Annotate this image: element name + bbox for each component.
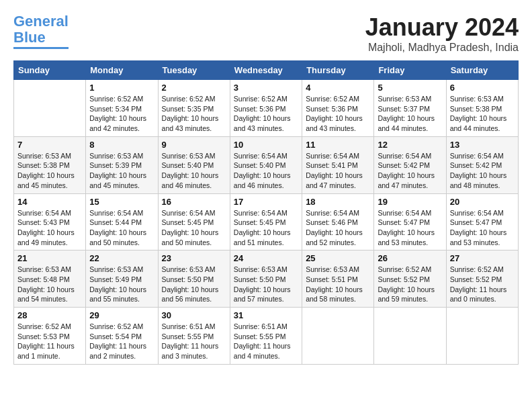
header-row: SundayMondayTuesdayWednesdayThursdayFrid… xyxy=(14,61,519,80)
calendar-cell: 5Sunrise: 6:53 AM Sunset: 5:37 PM Daylig… xyxy=(374,80,446,137)
page-title: January 2024 xyxy=(365,13,519,42)
cell-day-number: 20 xyxy=(450,197,515,207)
logo-underline xyxy=(13,47,69,49)
calendar-cell: 3Sunrise: 6:52 AM Sunset: 5:36 PM Daylig… xyxy=(230,80,302,137)
cell-day-number: 25 xyxy=(306,253,370,263)
cell-info: Sunrise: 6:53 AM Sunset: 5:38 PM Dayligh… xyxy=(17,151,82,191)
calendar-cell: 8Sunrise: 6:53 AM Sunset: 5:39 PM Daylig… xyxy=(86,136,158,193)
cell-day-number: 30 xyxy=(162,310,226,320)
cell-day-number: 8 xyxy=(89,140,154,150)
cell-info: Sunrise: 6:53 AM Sunset: 5:51 PM Dayligh… xyxy=(306,265,370,304)
calendar-cell: 20Sunrise: 6:54 AM Sunset: 5:47 PM Dayli… xyxy=(446,193,518,250)
calendar-cell: 27Sunrise: 6:52 AM Sunset: 5:52 PM Dayli… xyxy=(446,250,518,308)
cell-day-number: 12 xyxy=(378,140,442,150)
cell-info: Sunrise: 6:51 AM Sunset: 5:55 PM Dayligh… xyxy=(234,322,298,361)
calendar-cell: 18Sunrise: 6:54 AM Sunset: 5:46 PM Dayli… xyxy=(302,193,374,250)
cell-day-number: 22 xyxy=(89,253,154,263)
page-header: General Blue January 2024 Majholi, Madhy… xyxy=(13,13,519,54)
calendar-table: SundayMondayTuesdayWednesdayThursdayFrid… xyxy=(13,60,519,365)
cell-day-number: 21 xyxy=(17,253,82,263)
cell-info: Sunrise: 6:54 AM Sunset: 5:40 PM Dayligh… xyxy=(234,151,298,191)
logo-text: General Blue xyxy=(13,13,69,46)
cell-day-number: 7 xyxy=(17,140,82,150)
calendar-cell xyxy=(302,308,374,365)
cell-day-number: 4 xyxy=(306,83,370,93)
week-row-2: 7Sunrise: 6:53 AM Sunset: 5:38 PM Daylig… xyxy=(14,136,519,193)
header-day-wednesday: Wednesday xyxy=(230,61,302,80)
logo: General Blue xyxy=(13,13,69,49)
calendar-cell: 14Sunrise: 6:54 AM Sunset: 5:43 PM Dayli… xyxy=(14,193,86,250)
calendar-cell: 13Sunrise: 6:54 AM Sunset: 5:42 PM Dayli… xyxy=(446,136,518,193)
calendar-cell: 1Sunrise: 6:52 AM Sunset: 5:34 PM Daylig… xyxy=(86,80,158,137)
cell-info: Sunrise: 6:51 AM Sunset: 5:55 PM Dayligh… xyxy=(162,322,226,361)
cell-day-number: 2 xyxy=(162,83,226,93)
cell-info: Sunrise: 6:52 AM Sunset: 5:35 PM Dayligh… xyxy=(162,94,226,134)
header-day-friday: Friday xyxy=(374,61,446,80)
cell-day-number: 18 xyxy=(306,197,370,207)
cell-day-number: 10 xyxy=(234,140,298,150)
cell-info: Sunrise: 6:53 AM Sunset: 5:48 PM Dayligh… xyxy=(17,265,82,304)
calendar-cell: 23Sunrise: 6:53 AM Sunset: 5:50 PM Dayli… xyxy=(158,250,230,308)
cell-day-number: 13 xyxy=(450,140,515,150)
cell-info: Sunrise: 6:53 AM Sunset: 5:38 PM Dayligh… xyxy=(450,94,515,134)
cell-info: Sunrise: 6:54 AM Sunset: 5:44 PM Dayligh… xyxy=(89,208,154,248)
cell-day-number: 19 xyxy=(378,197,442,207)
calendar-cell: 12Sunrise: 6:54 AM Sunset: 5:42 PM Dayli… xyxy=(374,136,446,193)
cell-info: Sunrise: 6:53 AM Sunset: 5:39 PM Dayligh… xyxy=(89,151,154,191)
cell-info: Sunrise: 6:54 AM Sunset: 5:47 PM Dayligh… xyxy=(450,208,515,248)
cell-day-number: 1 xyxy=(89,83,154,93)
calendar-cell: 30Sunrise: 6:51 AM Sunset: 5:55 PM Dayli… xyxy=(158,308,230,365)
calendar-cell: 10Sunrise: 6:54 AM Sunset: 5:40 PM Dayli… xyxy=(230,136,302,193)
cell-info: Sunrise: 6:52 AM Sunset: 5:36 PM Dayligh… xyxy=(306,94,370,134)
cell-day-number: 5 xyxy=(378,83,442,93)
cell-info: Sunrise: 6:52 AM Sunset: 5:34 PM Dayligh… xyxy=(89,94,154,134)
cell-info: Sunrise: 6:52 AM Sunset: 5:36 PM Dayligh… xyxy=(234,94,298,134)
header-day-sunday: Sunday xyxy=(14,61,86,80)
calendar-cell: 2Sunrise: 6:52 AM Sunset: 5:35 PM Daylig… xyxy=(158,80,230,137)
calendar-cell: 6Sunrise: 6:53 AM Sunset: 5:38 PM Daylig… xyxy=(446,80,518,137)
header-day-tuesday: Tuesday xyxy=(158,61,230,80)
cell-info: Sunrise: 6:54 AM Sunset: 5:45 PM Dayligh… xyxy=(162,208,226,248)
cell-info: Sunrise: 6:53 AM Sunset: 5:50 PM Dayligh… xyxy=(162,265,226,304)
title-area: January 2024 Majholi, Madhya Pradesh, In… xyxy=(365,13,519,54)
calendar-cell: 29Sunrise: 6:52 AM Sunset: 5:54 PM Dayli… xyxy=(86,308,158,365)
cell-info: Sunrise: 6:54 AM Sunset: 5:42 PM Dayligh… xyxy=(450,151,515,191)
calendar-header: SundayMondayTuesdayWednesdayThursdayFrid… xyxy=(14,61,519,80)
calendar-cell xyxy=(374,308,446,365)
header-day-thursday: Thursday xyxy=(302,61,374,80)
cell-day-number: 9 xyxy=(162,140,226,150)
cell-day-number: 15 xyxy=(89,197,154,207)
header-day-saturday: Saturday xyxy=(446,61,518,80)
calendar-cell xyxy=(446,308,518,365)
cell-day-number: 6 xyxy=(450,83,515,93)
calendar-cell: 22Sunrise: 6:53 AM Sunset: 5:49 PM Dayli… xyxy=(86,250,158,308)
cell-day-number: 24 xyxy=(234,253,298,263)
cell-info: Sunrise: 6:52 AM Sunset: 5:53 PM Dayligh… xyxy=(17,322,82,361)
cell-info: Sunrise: 6:54 AM Sunset: 5:41 PM Dayligh… xyxy=(306,151,370,191)
cell-day-number: 29 xyxy=(89,310,154,320)
header-day-monday: Monday xyxy=(86,61,158,80)
cell-info: Sunrise: 6:54 AM Sunset: 5:45 PM Dayligh… xyxy=(234,208,298,248)
cell-info: Sunrise: 6:53 AM Sunset: 5:40 PM Dayligh… xyxy=(162,151,226,191)
cell-day-number: 26 xyxy=(378,253,442,263)
cell-info: Sunrise: 6:54 AM Sunset: 5:47 PM Dayligh… xyxy=(378,208,442,248)
cell-day-number: 16 xyxy=(162,197,226,207)
week-row-4: 21Sunrise: 6:53 AM Sunset: 5:48 PM Dayli… xyxy=(14,250,519,308)
cell-info: Sunrise: 6:52 AM Sunset: 5:52 PM Dayligh… xyxy=(450,265,515,304)
cell-day-number: 14 xyxy=(17,197,82,207)
logo-general: General xyxy=(13,13,69,30)
cell-day-number: 31 xyxy=(234,310,298,320)
calendar-cell: 15Sunrise: 6:54 AM Sunset: 5:44 PM Dayli… xyxy=(86,193,158,250)
week-row-1: 1Sunrise: 6:52 AM Sunset: 5:34 PM Daylig… xyxy=(14,80,519,137)
calendar-cell: 31Sunrise: 6:51 AM Sunset: 5:55 PM Dayli… xyxy=(230,308,302,365)
cell-day-number: 3 xyxy=(234,83,298,93)
calendar-cell: 25Sunrise: 6:53 AM Sunset: 5:51 PM Dayli… xyxy=(302,250,374,308)
page-subtitle: Majholi, Madhya Pradesh, India xyxy=(365,42,519,54)
calendar-cell: 28Sunrise: 6:52 AM Sunset: 5:53 PM Dayli… xyxy=(14,308,86,365)
week-row-5: 28Sunrise: 6:52 AM Sunset: 5:53 PM Dayli… xyxy=(14,308,519,365)
calendar-cell: 4Sunrise: 6:52 AM Sunset: 5:36 PM Daylig… xyxy=(302,80,374,137)
calendar-cell: 11Sunrise: 6:54 AM Sunset: 5:41 PM Dayli… xyxy=(302,136,374,193)
calendar-cell: 16Sunrise: 6:54 AM Sunset: 5:45 PM Dayli… xyxy=(158,193,230,250)
calendar-cell: 19Sunrise: 6:54 AM Sunset: 5:47 PM Dayli… xyxy=(374,193,446,250)
calendar-cell: 9Sunrise: 6:53 AM Sunset: 5:40 PM Daylig… xyxy=(158,136,230,193)
